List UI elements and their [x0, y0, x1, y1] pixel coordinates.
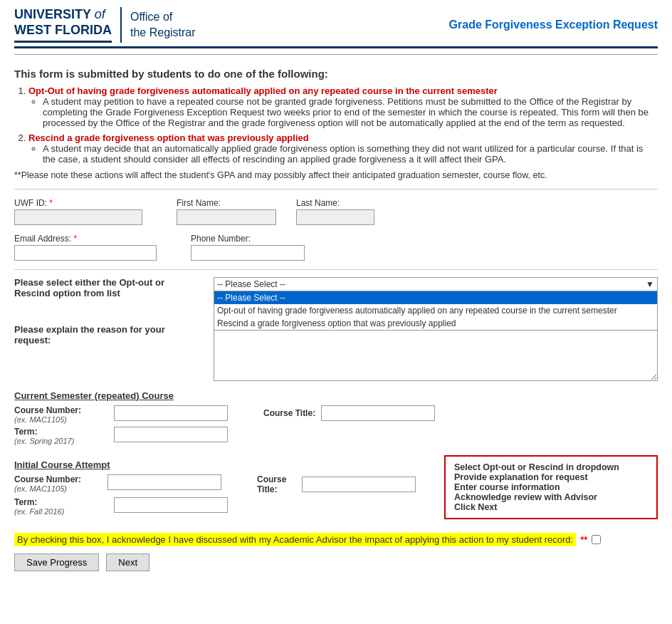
- initial-course-number-row: Course Number: (ex. MAC1105) Course Titl…: [14, 474, 416, 494]
- current-term-row: Term: (ex. Spring 2017): [14, 427, 658, 445]
- dropdown-list: -- Please Select -- Opt-out of having gr…: [214, 291, 658, 331]
- dropdown-header[interactable]: -- Please Select -- ▼: [214, 277, 658, 291]
- opt-out-detail: A student may petition to have a repeate…: [43, 96, 658, 128]
- fields-divider: [14, 269, 658, 270]
- initial-term-row: Term: (ex. Fall 2016): [14, 497, 416, 516]
- button-row: Save Progress Next: [14, 553, 658, 571]
- dropdown-option-2[interactable]: Rescind a grade forgiveness option that …: [214, 317, 657, 330]
- basic-info-row: UWF ID: * First Name: Last Name:: [14, 198, 658, 225]
- explain-row: Please explain the reason for your reque…: [14, 324, 658, 383]
- initial-term-label-col: Term: (ex. Fall 2016): [14, 497, 100, 516]
- current-section-title: Current Semester (repeated) Course: [14, 390, 658, 401]
- page-title: Grade Forgiveness Exception Request: [449, 19, 658, 31]
- uwf-id-group: UWF ID: *: [14, 198, 142, 225]
- phone-group: Phone Number:: [191, 234, 305, 261]
- select-right: -- Please Select -- ▼ -- Please Select -…: [214, 277, 658, 298]
- current-course-number-hint: (ex. MAC1105): [14, 415, 100, 424]
- main-content: This form is submitted by students to do…: [0, 61, 672, 586]
- current-term-input[interactable]: [114, 427, 228, 442]
- hint-line4: Acknowledge review with Advisor: [454, 492, 648, 502]
- current-term-hint: (ex. Spring 2017): [14, 437, 100, 445]
- current-course-title-group: Course Title:: [263, 405, 435, 421]
- explain-label: Please explain the reason for your reque…: [14, 324, 199, 383]
- initial-and-hint: Initial Course Attempt Course Number: (e…: [14, 452, 658, 526]
- first-name-input[interactable]: [177, 209, 276, 225]
- logo-divider: [120, 7, 122, 43]
- initial-course-title-input[interactable]: [302, 477, 416, 492]
- current-term-label-col: Term: (ex. Spring 2017): [14, 427, 100, 445]
- hint-line5: Click Next: [454, 502, 648, 512]
- logo-area: UNIVERSITY of WEST FLORIDA Office of the…: [14, 7, 196, 43]
- initial-course-title-label: Course Title:: [257, 474, 296, 494]
- initial-course-number-hint: (ex. MAC1105): [14, 484, 93, 493]
- email-label: Email Address: *: [14, 234, 157, 244]
- intro-list: Opt-Out of having grade forgiveness auto…: [28, 85, 658, 165]
- hint-line1: Select Opt-out or Rescind in dropdown: [454, 462, 648, 472]
- form-divider: [14, 189, 658, 189]
- dropdown-option-0[interactable]: -- Please Select --: [214, 291, 657, 304]
- initial-course-number-input[interactable]: [107, 474, 221, 490]
- last-name-input[interactable]: [296, 209, 374, 225]
- hint-line2: Provide explanation for request: [454, 472, 648, 482]
- initial-term-hint: (ex. Fall 2016): [14, 507, 100, 516]
- email-group: Email Address: *: [14, 234, 157, 261]
- intro-title: This form is submitted by students to do…: [14, 68, 658, 80]
- explain-right: [214, 324, 658, 383]
- phone-input[interactable]: [191, 245, 305, 261]
- current-course-number-input[interactable]: [114, 405, 228, 421]
- last-name-group: Last Name:: [296, 198, 374, 225]
- current-course-number-label: Course Number:: [14, 405, 100, 415]
- next-button[interactable]: Next: [106, 553, 149, 571]
- header-hr: [14, 54, 658, 55]
- double-star: **: [580, 534, 587, 545]
- current-course-title-label: Course Title:: [263, 408, 315, 418]
- initial-course-section: Initial Course Attempt Course Number: (e…: [14, 459, 416, 519]
- current-course-number-row: Course Number: (ex. MAC1105) Course Titl…: [14, 405, 658, 424]
- initial-course-title-group: Course Title:: [257, 474, 416, 494]
- current-course-section: Current Semester (repeated) Course Cours…: [14, 390, 658, 445]
- select-label: Please select either the Opt-out or Resc…: [14, 277, 199, 298]
- current-course-number-label-col: Course Number: (ex. MAC1105): [14, 405, 100, 424]
- rescind-heading: Rescind a grade forgiveness option that …: [28, 132, 309, 143]
- email-input[interactable]: [14, 245, 157, 261]
- rescind-detail: A student may decide that an automatical…: [43, 143, 658, 165]
- initial-term-input[interactable]: [114, 497, 228, 513]
- chevron-down-icon: ▼: [646, 279, 654, 289]
- advisor-checkbox[interactable]: [592, 535, 601, 544]
- first-name-group: First Name:: [177, 198, 276, 225]
- explanation-textarea[interactable]: [214, 324, 658, 381]
- header-underline: [14, 46, 658, 48]
- first-name-label: First Name:: [177, 198, 276, 208]
- opt-out-heading: Opt-Out of having grade forgiveness auto…: [28, 85, 498, 96]
- checkbox-row: By checking this box, I acknowledge I ha…: [14, 533, 658, 546]
- dropdown-option-1[interactable]: Opt-out of having grade forgiveness auto…: [214, 304, 657, 317]
- current-course-title-input[interactable]: [321, 405, 435, 421]
- contact-row: Email Address: * Phone Number:: [14, 234, 658, 261]
- uwf-id-input[interactable]: [14, 209, 142, 225]
- logo-university: UNIVERSITY of: [14, 7, 112, 23]
- note-text: **Please note these actions will affect …: [14, 170, 658, 180]
- phone-label: Phone Number:: [191, 234, 305, 244]
- initial-course-number-label: Course Number:: [14, 474, 93, 484]
- hint-box: Select Opt-out or Rescind in dropdown Pr…: [444, 455, 658, 519]
- initial-section-title: Initial Course Attempt: [14, 459, 416, 470]
- checkbox-label: By checking this box, I acknowledge I ha…: [14, 533, 576, 546]
- page-header: UNIVERSITY of WEST FLORIDA Office of the…: [0, 0, 672, 46]
- select-row: Please select either the Opt-out or Resc…: [14, 277, 658, 298]
- uwf-id-label: UWF ID: *: [14, 198, 142, 208]
- last-name-label: Last Name:: [296, 198, 374, 208]
- save-progress-button[interactable]: Save Progress: [14, 553, 99, 571]
- office-name: Office of the Registrar: [130, 9, 196, 41]
- current-term-label: Term:: [14, 427, 100, 437]
- dropdown-container: -- Please Select -- ▼ -- Please Select -…: [214, 277, 658, 291]
- initial-course-number-label-col: Course Number: (ex. MAC1105): [14, 474, 93, 493]
- initial-term-label: Term:: [14, 497, 100, 507]
- logo-west-florida: WEST FLORIDA: [14, 23, 112, 38]
- hint-line3: Enter course information: [454, 482, 648, 492]
